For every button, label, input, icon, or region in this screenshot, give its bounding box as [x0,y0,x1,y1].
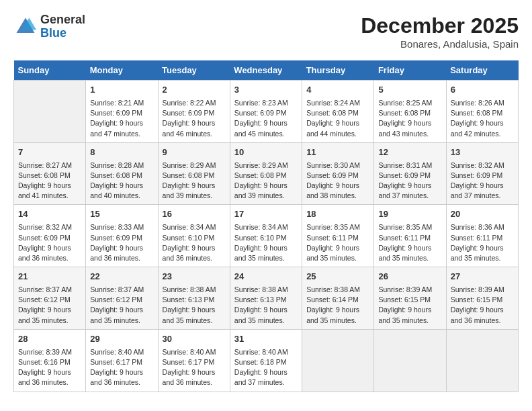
calendar-cell: 21Sunrise: 8:37 AMSunset: 6:12 PMDayligh… [14,267,86,330]
day-info: Sunrise: 8:36 AMSunset: 6:11 PMDaylight:… [451,222,514,263]
day-number: 31 [234,333,298,346]
day-info: Sunrise: 8:38 AMSunset: 6:14 PMDaylight:… [306,285,369,326]
calendar-cell: 5Sunrise: 8:25 AMSunset: 6:08 PMDaylight… [374,81,446,143]
calendar-cell: 19Sunrise: 8:35 AMSunset: 6:11 PMDayligh… [374,205,446,267]
calendar-cell: 27Sunrise: 8:39 AMSunset: 6:15 PMDayligh… [446,267,518,330]
calendar-cell: 18Sunrise: 8:35 AMSunset: 6:11 PMDayligh… [302,205,374,267]
calendar-cell [14,81,86,143]
logo-blue: Blue [40,27,85,40]
day-number: 27 [451,271,514,283]
calendar-cell: 30Sunrise: 8:40 AMSunset: 6:17 PMDayligh… [158,329,230,392]
column-header-thursday: Thursday [302,60,374,81]
day-info: Sunrise: 8:39 AMSunset: 6:15 PMDaylight:… [378,285,441,326]
calendar-cell: 24Sunrise: 8:38 AMSunset: 6:13 PMDayligh… [230,267,302,330]
calendar-cell: 15Sunrise: 8:33 AMSunset: 6:09 PMDayligh… [86,205,158,267]
calendar-cell [302,329,374,392]
calendar-cell: 26Sunrise: 8:39 AMSunset: 6:15 PMDayligh… [374,267,446,330]
day-info: Sunrise: 8:38 AMSunset: 6:13 PMDaylight:… [163,285,226,326]
calendar-header-row: SundayMondayTuesdayWednesdayThursdayFrid… [14,60,519,81]
column-header-saturday: Saturday [446,60,518,81]
day-number: 8 [90,146,153,159]
day-info: Sunrise: 8:22 AMSunset: 6:09 PMDaylight:… [163,98,226,139]
calendar-cell: 1Sunrise: 8:21 AMSunset: 6:09 PMDaylight… [86,81,158,143]
day-info: Sunrise: 8:30 AMSunset: 6:09 PMDaylight:… [306,161,369,201]
day-number: 11 [306,146,369,159]
day-number: 9 [163,146,226,159]
day-info: Sunrise: 8:33 AMSunset: 6:09 PMDaylight:… [90,222,153,263]
day-info: Sunrise: 8:28 AMSunset: 6:08 PMDaylight:… [90,161,153,201]
logo-general: General [40,13,85,27]
day-number: 16 [163,208,226,221]
day-info: Sunrise: 8:21 AMSunset: 6:09 PMDaylight:… [90,98,153,139]
day-number: 4 [306,84,369,97]
day-number: 20 [451,208,514,221]
day-info: Sunrise: 8:39 AMSunset: 6:16 PMDaylight:… [18,347,81,388]
calendar-cell: 13Sunrise: 8:32 AMSunset: 6:09 PMDayligh… [446,142,518,205]
day-number: 19 [378,208,441,221]
day-number: 26 [378,271,441,283]
calendar-cell: 4Sunrise: 8:24 AMSunset: 6:08 PMDaylight… [302,81,374,143]
page-header: General Blue December 2025 Bonares, Anda… [13,13,519,50]
day-info: Sunrise: 8:27 AMSunset: 6:08 PMDaylight:… [18,161,81,201]
calendar-cell: 29Sunrise: 8:40 AMSunset: 6:17 PMDayligh… [86,329,158,392]
day-number: 18 [306,208,369,221]
calendar-table: SundayMondayTuesdayWednesdayThursdayFrid… [13,60,519,392]
column-header-tuesday: Tuesday [158,60,230,81]
day-info: Sunrise: 8:24 AMSunset: 6:08 PMDaylight:… [306,98,369,139]
day-info: Sunrise: 8:34 AMSunset: 6:10 PMDaylight:… [234,222,298,263]
logo-icon [13,15,38,39]
calendar-cell [374,329,446,392]
column-header-wednesday: Wednesday [230,60,302,81]
calendar-cell: 25Sunrise: 8:38 AMSunset: 6:14 PMDayligh… [302,267,374,330]
calendar-cell: 3Sunrise: 8:23 AMSunset: 6:09 PMDaylight… [230,81,302,143]
calendar-cell [446,329,518,392]
calendar-cell: 20Sunrise: 8:36 AMSunset: 6:11 PMDayligh… [446,205,518,267]
day-info: Sunrise: 8:39 AMSunset: 6:15 PMDaylight:… [451,285,514,326]
calendar-week-row: 7Sunrise: 8:27 AMSunset: 6:08 PMDaylight… [14,142,519,205]
day-number: 13 [451,146,514,159]
logo: General Blue [13,13,85,40]
location: Bonares, Andalusia, Spain [361,38,519,50]
day-number: 7 [18,146,81,159]
day-info: Sunrise: 8:35 AMSunset: 6:11 PMDaylight:… [378,222,441,263]
logo-text: General Blue [40,13,85,40]
title-block: December 2025 Bonares, Andalusia, Spain [361,13,519,50]
column-header-sunday: Sunday [14,60,86,81]
calendar-cell: 12Sunrise: 8:31 AMSunset: 6:09 PMDayligh… [374,142,446,205]
day-info: Sunrise: 8:34 AMSunset: 6:10 PMDaylight:… [163,222,226,263]
day-number: 30 [163,333,226,346]
day-number: 15 [90,208,153,221]
day-info: Sunrise: 8:38 AMSunset: 6:13 PMDaylight:… [234,285,298,326]
day-info: Sunrise: 8:29 AMSunset: 6:08 PMDaylight:… [163,161,226,201]
calendar-cell: 31Sunrise: 8:40 AMSunset: 6:18 PMDayligh… [230,329,302,392]
day-number: 12 [378,146,441,159]
day-number: 1 [90,84,153,97]
month-title: December 2025 [361,13,519,38]
day-info: Sunrise: 8:26 AMSunset: 6:08 PMDaylight:… [451,98,514,139]
day-number: 21 [18,271,81,283]
day-info: Sunrise: 8:37 AMSunset: 6:12 PMDaylight:… [90,285,153,326]
column-header-friday: Friday [374,60,446,81]
day-info: Sunrise: 8:35 AMSunset: 6:11 PMDaylight:… [306,222,369,263]
day-info: Sunrise: 8:25 AMSunset: 6:08 PMDaylight:… [378,98,441,139]
calendar-cell: 22Sunrise: 8:37 AMSunset: 6:12 PMDayligh… [86,267,158,330]
calendar-cell: 16Sunrise: 8:34 AMSunset: 6:10 PMDayligh… [158,205,230,267]
day-number: 25 [306,271,369,283]
calendar-week-row: 14Sunrise: 8:32 AMSunset: 6:09 PMDayligh… [14,205,519,267]
day-info: Sunrise: 8:23 AMSunset: 6:09 PMDaylight:… [234,98,298,139]
calendar-week-row: 21Sunrise: 8:37 AMSunset: 6:12 PMDayligh… [14,267,519,330]
day-number: 24 [234,271,298,283]
day-number: 23 [163,271,226,283]
calendar-cell: 11Sunrise: 8:30 AMSunset: 6:09 PMDayligh… [302,142,374,205]
day-info: Sunrise: 8:29 AMSunset: 6:08 PMDaylight:… [234,161,298,201]
day-info: Sunrise: 8:31 AMSunset: 6:09 PMDaylight:… [378,161,441,201]
column-header-monday: Monday [86,60,158,81]
calendar-cell: 23Sunrise: 8:38 AMSunset: 6:13 PMDayligh… [158,267,230,330]
calendar-cell: 10Sunrise: 8:29 AMSunset: 6:08 PMDayligh… [230,142,302,205]
day-info: Sunrise: 8:40 AMSunset: 6:18 PMDaylight:… [234,347,298,388]
calendar-cell: 17Sunrise: 8:34 AMSunset: 6:10 PMDayligh… [230,205,302,267]
day-info: Sunrise: 8:37 AMSunset: 6:12 PMDaylight:… [18,285,81,326]
day-number: 5 [378,84,441,97]
day-number: 17 [234,208,298,221]
day-number: 22 [90,271,153,283]
